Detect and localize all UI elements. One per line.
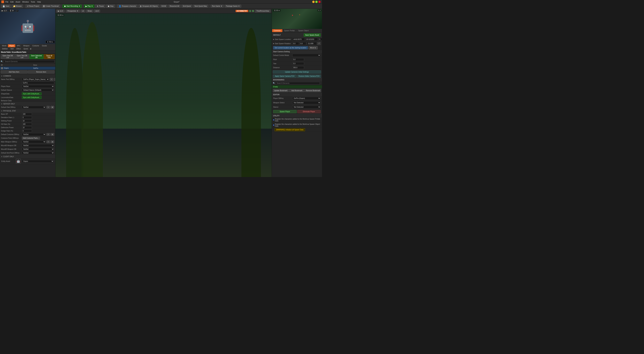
tab-skill[interactable]: Skill bbox=[9, 47, 15, 50]
menu-asset[interactable]: Asset bbox=[16, 1, 20, 3]
rot-z-input[interactable] bbox=[307, 42, 317, 45]
tab-player[interactable]: Player bbox=[8, 44, 15, 47]
weapon-select[interactable]: Not Selected bbox=[292, 101, 321, 104]
spawn-player-button[interactable]: Spawn Player bbox=[273, 110, 297, 113]
remove-bookmark-button[interactable]: Remove Bookmark bbox=[305, 89, 321, 92]
tab-skillset[interactable]: SkillSet bbox=[1, 47, 9, 50]
restore-fov-button[interactable]: Restore Editor Camera FOV bbox=[297, 74, 321, 78]
save-selected-button[interactable]: Save Selected DB bbox=[30, 54, 44, 59]
show-button[interactable]: Show bbox=[86, 10, 93, 12]
default-stat-select[interactable]: NotSet bbox=[22, 106, 46, 109]
camera-section-header[interactable]: Start Camera Setting bbox=[272, 50, 322, 53]
right-tab-spawn-object[interactable]: Spawn Object bbox=[296, 29, 310, 32]
update-camera-button[interactable]: Update Camera's Initial Settings bbox=[273, 70, 321, 74]
costume-grid-btn[interactable]: ⊞ bbox=[50, 133, 54, 136]
costume-add-btn[interactable]: + bbox=[46, 133, 50, 136]
third-person-button[interactable]: ThirdPersonView bbox=[255, 10, 271, 12]
perspective-button[interactable]: Perspective ▼ bbox=[66, 10, 80, 12]
default-stance-select[interactable]: Default Stance (Default) bbox=[22, 89, 54, 92]
viewport-menu-button[interactable]: ☰ Menu bbox=[46, 40, 55, 43]
sync-loco-btn[interactable]: Sync with EntityAsset... bbox=[22, 96, 42, 99]
maximize-button[interactable]: □ bbox=[315, 1, 318, 3]
vt-speed2[interactable]: x1.0 bbox=[94, 10, 100, 12]
stop-button[interactable]: ⏹ Stop bbox=[106, 4, 115, 8]
tab-world[interactable]: World bbox=[1, 44, 8, 47]
bookmarks-header[interactable]: BOOKMARKS bbox=[272, 78, 322, 82]
sync-entity-btn[interactable]: Sync with EntityAsset... bbox=[22, 92, 42, 95]
menu-window[interactable]: Window bbox=[22, 1, 29, 3]
stance-select[interactable]: Not Selected bbox=[292, 106, 321, 109]
apply-fov-button[interactable]: Apply Game Camera FOV bbox=[273, 74, 297, 78]
run-game-button[interactable]: Run Game ▼ bbox=[210, 5, 224, 8]
spawn-z-input[interactable] bbox=[318, 38, 322, 41]
add-name-btn[interactable]: + bbox=[50, 78, 53, 81]
save-all-button[interactable]: Save all DBs bbox=[44, 54, 54, 59]
main-viewport[interactable]: 🤖 32.00 m 1,406, -6 66,397 x 116,244 Use… bbox=[56, 14, 272, 177]
distance-input[interactable] bbox=[292, 66, 304, 69]
add-costume-btn[interactable]: Add Costume Parts... bbox=[22, 137, 40, 140]
right-tab-spawn-prefab[interactable]: Spawn Prefab bbox=[282, 29, 296, 32]
right-tab-common[interactable]: Common bbox=[272, 29, 282, 32]
default-costume-select[interactable]: NotSet bbox=[22, 133, 46, 136]
update-bookmark-button[interactable]: Update Bookmark bbox=[273, 89, 288, 92]
despawn-button[interactable]: 🗑 Despawn All Objects bbox=[138, 4, 159, 8]
package-game-button[interactable]: Package Game ▼ bbox=[224, 5, 241, 8]
player-dbkey-select[interactable]: GoPro (Gopro) bbox=[292, 97, 321, 100]
add-stat-btn[interactable]: + bbox=[46, 106, 50, 109]
speed-display[interactable]: ▶ x1.0 bbox=[56, 10, 64, 12]
search-input[interactable] bbox=[4, 60, 54, 63]
yaw-input[interactable] bbox=[292, 62, 304, 65]
spawn-y-input[interactable] bbox=[306, 38, 318, 41]
deviation-input[interactable] bbox=[22, 116, 32, 119]
defensive-input[interactable] bbox=[22, 126, 32, 129]
basic-hp-input[interactable] bbox=[22, 113, 32, 115]
mount-a-select[interactable]: NotSet bbox=[22, 144, 54, 147]
control-mode-select[interactable] bbox=[292, 54, 321, 57]
bookmarks-search-input[interactable] bbox=[276, 82, 320, 84]
entity-select[interactable]: Gopro bbox=[22, 160, 54, 163]
eliminate-player-button[interactable]: Eliminate Player bbox=[297, 110, 321, 113]
server-section[interactable]: ▼ SERVER ONLY bbox=[0, 102, 55, 106]
rot-refresh[interactable]: ↺ bbox=[317, 42, 321, 45]
table-row[interactable]: Gopro GoPro bbox=[0, 67, 55, 70]
save-spawn-asset-button[interactable]: Save Spawn Asset bbox=[304, 34, 321, 36]
open-stat-button[interactable]: Open Stat DB List bbox=[1, 54, 14, 59]
tab-goods[interactable]: Goods bbox=[41, 44, 48, 47]
hit-rate-input[interactable] bbox=[22, 123, 32, 126]
name-text-select[interactable]: GoPro (Player_Gopro_Name) bbox=[22, 78, 49, 81]
physical-section[interactable]: ▼ PHYSICAL STAT bbox=[0, 109, 55, 112]
player-race-select[interactable]: NotSet bbox=[22, 85, 54, 88]
remove-item-button[interactable]: Remove Item bbox=[28, 70, 55, 74]
player-name-input[interactable] bbox=[22, 82, 54, 84]
save-button[interactable]: 💾 Save bbox=[1, 4, 11, 8]
kill-all-button[interactable]: Kill All bbox=[160, 5, 168, 8]
pause-button[interactable]: ⏸ Pause bbox=[95, 4, 105, 8]
tab-effect[interactable]: Effect bbox=[15, 47, 22, 50]
tab-weapon[interactable]: Weapon bbox=[22, 44, 31, 47]
util-item-2[interactable]: Register the characters added to the Wor… bbox=[272, 122, 322, 128]
pitch-input[interactable] bbox=[292, 58, 304, 61]
resurrect-button[interactable]: Resurrect All bbox=[168, 5, 181, 8]
minimize-button[interactable]: − bbox=[312, 1, 314, 3]
play-button[interactable]: ▶ Play ▼ bbox=[84, 4, 94, 8]
add-new-item-button[interactable]: Add New Item bbox=[1, 70, 28, 74]
add-bookmark-button[interactable]: Add Bookmark bbox=[289, 89, 305, 92]
dodge-input[interactable] bbox=[22, 130, 32, 132]
default-section-header[interactable]: DEFAULT Save Spawn Asset bbox=[272, 33, 322, 37]
end-quest-button[interactable]: End Quest bbox=[181, 5, 192, 8]
respawn-button[interactable]: 👤 Respawn character bbox=[117, 4, 138, 8]
start-recording-button[interactable]: ⏺ Start Recording ▼ bbox=[62, 4, 82, 8]
rot-y-input[interactable] bbox=[300, 42, 306, 45]
common-section[interactable]: ▼ COMMON bbox=[0, 74, 55, 78]
weapon-grid-btn[interactable]: ⊞ bbox=[50, 140, 54, 143]
striking-input[interactable] bbox=[22, 120, 32, 122]
weapon-add-btn[interactable]: + bbox=[46, 140, 50, 143]
util-item-1[interactable]: Register the characters added to the Wor… bbox=[272, 118, 322, 122]
main-weapon-select[interactable]: NotSet bbox=[22, 140, 46, 143]
menu-file[interactable]: File bbox=[5, 1, 8, 3]
menu-help[interactable]: Help bbox=[37, 1, 41, 3]
mount-b-select[interactable]: NotSet bbox=[22, 148, 54, 151]
util-item-3[interactable]: (WARNING) Initialize all Spawn Data bbox=[272, 128, 322, 132]
client-section[interactable]: ▼ CLIENT ONLY bbox=[0, 155, 55, 158]
lit-button[interactable]: Lit bbox=[80, 10, 86, 12]
